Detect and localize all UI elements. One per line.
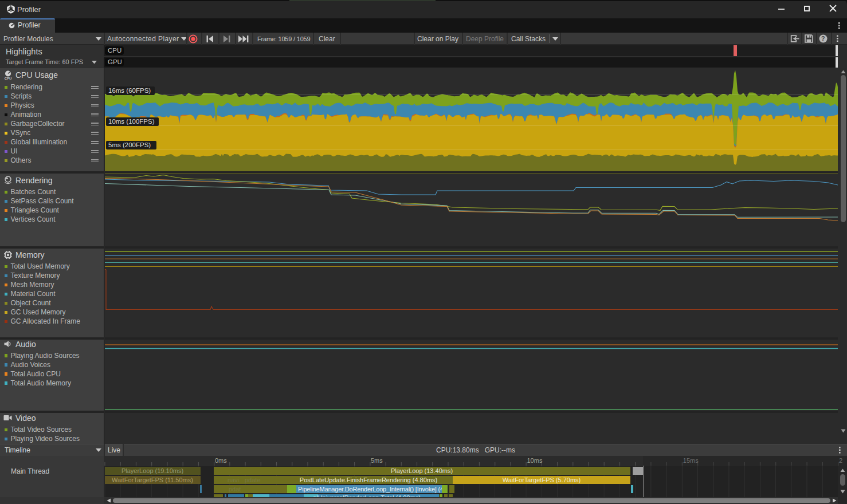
svg-text:CPU: CPU [5, 77, 12, 80]
